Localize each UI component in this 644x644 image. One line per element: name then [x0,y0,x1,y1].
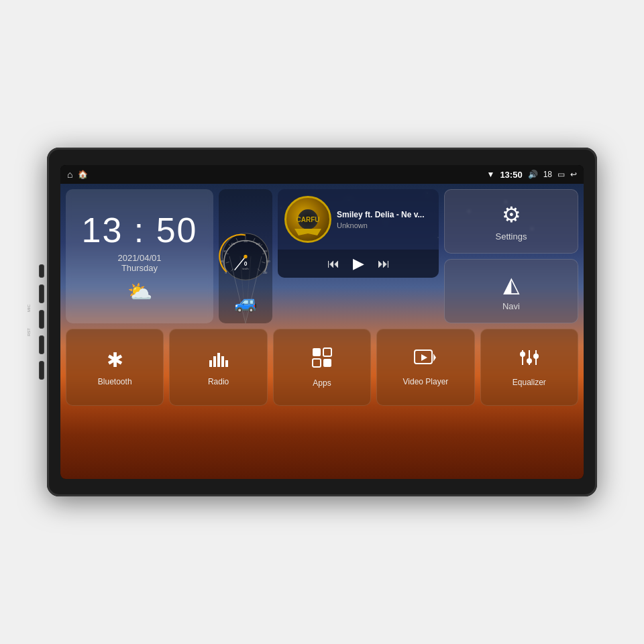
car-icon: 🚙 [234,291,258,313]
equalizer-label: Equalizer [513,378,546,387]
album-logo: CARFU [298,209,318,229]
settings-label: Settings [496,231,527,241]
mic-label: MIC [27,305,31,312]
main-screen: ⌂ 🏠 ▼ 13:50 🔊 18 ▭ ↩ [60,165,584,479]
svg-rect-31 [217,353,220,367]
vol-down-button[interactable] [39,335,44,354]
main-content: 13 : 50 2021/04/01 Thursday ⛅ [60,184,584,479]
prev-button[interactable]: ⏮ [327,257,339,271]
svg-line-0 [229,256,246,323]
content-grid: 13 : 50 2021/04/01 Thursday ⛅ [60,184,584,479]
svg-rect-33 [225,360,228,367]
battery-icon: ▭ [557,170,565,179]
music-widget[interactable]: CARFU Smiley ft. Delia - Ne v... Unknown… [278,189,439,278]
home-button[interactable] [39,284,44,303]
wifi-icon: ▼ [487,170,495,179]
equalizer-icon [519,347,540,372]
svg-rect-32 [221,356,224,367]
status-right: ▼ 13:50 🔊 18 ▭ ↩ [487,170,578,180]
side-button-panel: MIC RST [39,264,44,380]
vol-up-button[interactable] [39,361,44,380]
app-icon[interactable]: 🏠 [78,170,88,179]
svg-rect-37 [323,359,331,367]
power-button[interactable] [39,264,44,278]
svg-point-46 [533,354,539,359]
status-left: ⌂ 🏠 [67,169,88,180]
play-button[interactable]: ▶ [353,255,364,272]
bluetooth-icon: ✱ [107,348,123,372]
music-info: CARFU Smiley ft. Delia - Ne v... Unknown [278,189,439,250]
back-button[interactable] [39,310,44,329]
svg-line-1 [246,256,262,323]
settings-button[interactable]: ⚙ Settings [444,189,578,254]
navi-button[interactable]: ◭ Navi [444,259,578,323]
music-details: Smiley ft. Delia - Ne v... Unknown [337,210,432,229]
radio-icon [208,348,229,372]
top-row: 13 : 50 2021/04/01 Thursday ⛅ [66,189,578,323]
bottom-row: ✱ Bluetooth [66,329,578,406]
car-head-unit: MIC RST ⌂ 🏠 ▼ 13:50 🔊 18 ▭ ↩ [47,148,597,496]
video-player-icon [414,348,437,372]
svg-point-42 [520,352,525,357]
weather-icon: ⛅ [127,280,152,303]
radio-label: Radio [208,377,229,386]
navi-icon: ◭ [503,272,520,297]
settings-navi-col: ⚙ Settings ◭ Navi [444,189,578,323]
equalizer-button[interactable]: Equalizer [480,329,578,406]
music-controls: ⏮ ▶ ⏭ [278,250,439,278]
status-time: 13:50 [500,170,522,180]
video-player-button[interactable]: Video Player [376,329,474,406]
back-nav-icon[interactable]: ↩ [570,170,577,179]
music-artist: Unknown [337,221,432,229]
svg-rect-36 [313,359,321,367]
apps-label: Apps [313,378,331,388]
svg-point-44 [527,358,532,364]
apps-icon [311,347,333,373]
video-player-label: Video Player [403,377,449,386]
rst-label: RST [27,328,31,336]
svg-marker-39 [433,354,436,362]
album-art: CARFU [284,196,331,243]
svg-rect-29 [209,360,212,367]
apps-button[interactable]: Apps [273,329,371,406]
clock-widget: 13 : 50 2021/04/01 Thursday ⛅ [66,189,213,323]
bluetooth-button[interactable]: ✱ Bluetooth [66,329,164,406]
speedometer-widget: 0 40 80 120 160 180 200 220 240 [219,189,272,323]
volume-icon: 🔊 [528,170,538,179]
svg-rect-30 [213,356,216,367]
settings-icon: ⚙ [502,202,521,227]
clock-day: Thursday [121,263,158,273]
music-title: Smiley ft. Delia - Ne v... [337,210,432,219]
navi-label: Navi [502,301,520,311]
home-icon[interactable]: ⌂ [67,169,72,180]
bluetooth-label: Bluetooth [98,377,132,386]
svg-rect-34 [313,348,321,356]
svg-marker-40 [421,354,427,361]
status-bar: ⌂ 🏠 ▼ 13:50 🔊 18 ▭ ↩ [60,165,584,184]
clock-date: 2021/04/01 [117,253,161,263]
clock-time: 13 : 50 [81,210,197,250]
volume-value: 18 [543,170,552,179]
next-button[interactable]: ⏭ [378,257,390,271]
album-ribbon [294,229,321,235]
radio-button[interactable]: Radio [169,329,267,406]
svg-rect-35 [323,348,331,356]
